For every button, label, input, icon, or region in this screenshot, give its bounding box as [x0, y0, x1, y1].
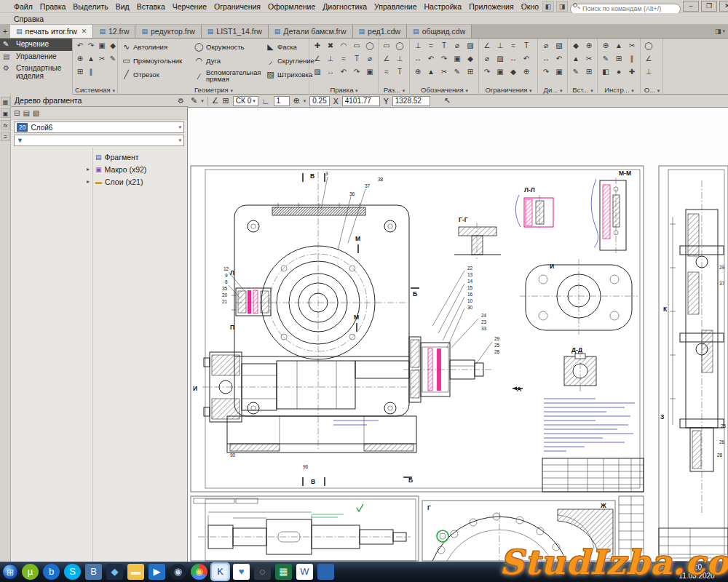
tool-icon[interactable]: Т — [394, 66, 405, 78]
tool-icon[interactable]: ⊥ — [494, 40, 506, 52]
tool-icon[interactable]: ▲ — [570, 53, 582, 65]
tool-icon[interactable]: ≈ — [338, 53, 349, 65]
gear-icon[interactable]: ⚙ — [178, 97, 184, 105]
kompas-icon[interactable]: K — [212, 564, 229, 580]
tool-icon[interactable]: ▭ — [351, 40, 363, 52]
tool-segment[interactable]: ╱Отрезок — [122, 68, 182, 81]
taskbar-clock[interactable]: 2:0 11.03.2020 — [668, 563, 725, 581]
tool-icon[interactable]: ◆ — [570, 40, 582, 52]
close-button[interactable]: ✕ — [719, 1, 728, 12]
tool-icon[interactable]: ∥ — [626, 53, 638, 65]
tool-icon[interactable]: ▨ — [464, 40, 476, 52]
tool-icon[interactable]: ▨ — [553, 40, 565, 52]
tab-close-icon[interactable]: ✕ — [82, 28, 87, 35]
group-label[interactable]: Вст... ▾ — [569, 86, 597, 94]
layout-right-icon[interactable]: ◨ — [556, 1, 568, 12]
zoom-caret[interactable]: ▾ — [304, 98, 306, 104]
tool-icon[interactable]: ↔ — [507, 53, 519, 65]
tool-circle[interactable]: ◯Окружность — [194, 40, 261, 54]
tool-icon[interactable]: ● — [613, 66, 625, 78]
tree-item-macro[interactable]: ▸ ▣ Макро (x92) — [11, 163, 187, 175]
tool-icon[interactable]: ▣ — [364, 66, 376, 78]
tool-icon[interactable]: ↶ — [553, 53, 565, 65]
tab-document[interactable]: ▤ редуктор.frw — [135, 25, 201, 38]
tool-icon[interactable]: ⊕ — [600, 40, 612, 52]
tab-document[interactable]: ▤ общвид.cdw — [407, 25, 472, 38]
tool-icon[interactable]: ⊞ — [74, 66, 86, 78]
tool-rectangle[interactable]: ▭Прямоугольник — [122, 54, 182, 68]
tool-icon[interactable]: ↷ — [481, 66, 493, 78]
tool-icon[interactable]: ⌀ — [364, 53, 376, 65]
tool-icon[interactable]: ✂ — [626, 40, 638, 52]
tool-hatch[interactable]: ▨Штриховка — [266, 68, 314, 81]
tool-icon[interactable]: ∠ — [643, 53, 654, 65]
command-search[interactable] — [570, 1, 681, 12]
menu-settings[interactable]: Настройка — [420, 1, 465, 12]
list-view-icon[interactable]: ▤ — [23, 109, 29, 117]
pen-style-icon[interactable]: ✎ — [191, 96, 197, 105]
tool-icon[interactable]: ⊞ — [464, 66, 476, 78]
tool-icon[interactable]: ⊞ — [613, 53, 625, 65]
menu-insert[interactable]: Вставка — [133, 1, 169, 12]
tool-icon[interactable]: ↷ — [351, 66, 363, 78]
media-player-icon[interactable]: ▶ — [149, 564, 165, 580]
tool-icon[interactable]: ✎ — [600, 53, 612, 65]
utorrent-icon[interactable]: µ — [22, 564, 39, 580]
tool-icon[interactable]: ⌀ — [451, 40, 463, 52]
tool-icon[interactable]: ◆ — [107, 40, 119, 52]
menu-window[interactable]: Окно — [518, 1, 542, 12]
health-heart-icon[interactable]: ♥ — [233, 564, 250, 580]
tool-icon[interactable]: ↔ — [540, 53, 552, 65]
tool-icon[interactable]: ✎ — [570, 66, 582, 78]
tool-icon[interactable]: ↷ — [85, 40, 97, 52]
nav-item-standard-parts[interactable]: ⚙ Стандартные изделия — [0, 63, 72, 82]
tool-fillet[interactable]: ◞Скругление — [266, 54, 314, 68]
step-field[interactable]: 0.25 — [309, 96, 329, 106]
tool-icon[interactable]: ⊕ — [74, 53, 86, 65]
tool-icon[interactable]: ⊥ — [325, 53, 336, 65]
explorer-folder-icon[interactable]: ▬ — [127, 564, 144, 580]
tool-icon[interactable]: ✂ — [583, 53, 595, 65]
tool-icon[interactable]: ◧ — [600, 66, 612, 78]
tool-icon[interactable]: ▣ — [96, 40, 108, 52]
grid-icon[interactable]: ▦ — [1, 97, 10, 106]
tool-icon[interactable]: ◯ — [643, 40, 654, 52]
group-label[interactable]: Раз... ▾ — [379, 86, 409, 94]
tool-icon[interactable]: ✎ — [107, 53, 119, 65]
tool-icon[interactable]: ✖ — [325, 40, 336, 52]
group-label[interactable]: Ди... ▾ — [539, 86, 567, 94]
filter-box[interactable]: ▼ ▾ — [14, 135, 184, 146]
tab-document[interactable]: ▤ LIST1_14.frw — [202, 25, 269, 38]
vk-icon[interactable]: B — [85, 564, 102, 580]
drawing-area[interactable]: ВМ-МЛ-ЛГ-ГИД-ДАБММЛПИВБКЗЖГ1298352021221… — [188, 108, 728, 562]
tool-icon[interactable]: ▲ — [425, 66, 437, 78]
pen-style-caret[interactable]: ▾ — [201, 98, 204, 104]
tool-icon[interactable]: ↶ — [338, 66, 349, 78]
tree-view-icon[interactable]: ⊟ — [14, 109, 20, 117]
tool-icon[interactable]: ⊥ — [394, 53, 405, 65]
tool-icon[interactable]: ⊞ — [583, 66, 595, 78]
tool-icon[interactable]: ✂ — [438, 66, 450, 78]
tool-icon[interactable]: ▣ — [553, 66, 565, 78]
grid-snap-icon[interactable]: ⊞ — [223, 96, 229, 105]
tool-icon[interactable]: ∥ — [85, 66, 97, 78]
tool-icon[interactable]: ≈ — [425, 40, 437, 52]
tool-icon[interactable]: ⊕ — [521, 66, 532, 78]
tool-icon[interactable]: ▲ — [613, 40, 625, 52]
new-tab-button[interactable]: + — [0, 25, 10, 38]
drawing-canvas[interactable]: ВМ-МЛ-ЛГ-ГИД-ДАБММЛПИВБКЗЖГ1298352021221… — [188, 108, 728, 562]
scale-field[interactable]: 1 — [274, 96, 290, 106]
group-label[interactable]: Ограничения ▾ — [480, 86, 537, 94]
tool-icon[interactable]: ✎ — [451, 66, 463, 78]
layer-select[interactable]: 20 Слой6 ▾ — [14, 121, 184, 133]
word-icon[interactable]: W — [296, 564, 313, 580]
tool-icon[interactable]: ▨ — [494, 53, 506, 65]
tab-document[interactable]: ▤ 12.frw — [93, 25, 135, 38]
group-label[interactable]: Правка ▾ — [310, 86, 378, 94]
tool-icon[interactable]: ∠ — [312, 53, 323, 65]
y-coordinate-field[interactable]: 1328.52 — [392, 96, 430, 106]
tool-icon[interactable]: ↶ — [74, 40, 86, 52]
tool-icon[interactable]: ⊕ — [412, 66, 424, 78]
tree-item-fragment[interactable]: ▤ Фрагмент — [11, 151, 187, 163]
menu-icon[interactable]: ≡ — [1, 132, 10, 141]
